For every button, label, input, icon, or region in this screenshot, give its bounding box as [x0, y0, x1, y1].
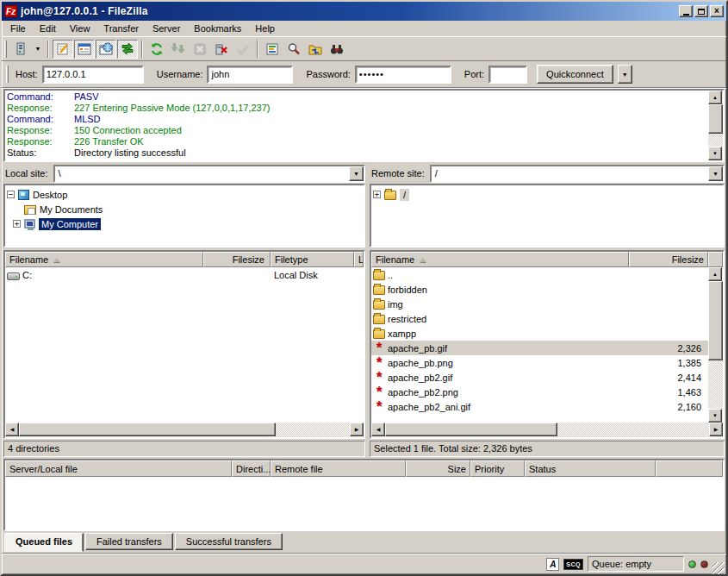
- tree-item-my-documents[interactable]: My Documents: [7, 202, 362, 216]
- tree-item-root[interactable]: + /: [373, 187, 721, 202]
- local-file-row[interactable]: C: Local Disk: [5, 267, 364, 282]
- toggle-message-log-button[interactable]: [53, 40, 73, 59]
- quickbar-grip[interactable]: [6, 66, 9, 83]
- image-file-icon: *: [373, 342, 385, 354]
- remote-file-row[interactable]: img: [371, 297, 708, 311]
- toolbar-grip[interactable]: [4, 41, 7, 58]
- scroll-right-icon[interactable]: ▶: [709, 423, 723, 436]
- queue-col-size[interactable]: Size: [406, 460, 470, 477]
- remote-hscrollbar[interactable]: ◀ ▶: [371, 423, 723, 437]
- image-file-icon: *: [373, 357, 385, 369]
- tab-failed-transfers[interactable]: Failed transfers: [85, 533, 173, 550]
- menu-view[interactable]: View: [63, 22, 97, 35]
- scroll-down-icon[interactable]: ▼: [708, 409, 722, 423]
- remote-file-row[interactable]: *apache_pb.png1,385: [371, 355, 708, 370]
- local-hscrollbar[interactable]: ◀ ▶: [5, 423, 364, 437]
- remote-site-path: /: [432, 166, 708, 181]
- remote-file-row[interactable]: *apache_pb2.png1,463: [371, 385, 708, 399]
- log-scrollbar-thumb[interactable]: [708, 104, 723, 134]
- menu-help[interactable]: Help: [248, 22, 282, 35]
- local-col-filename[interactable]: Filename: [5, 252, 203, 267]
- toggle-remote-tree-button[interactable]: [96, 40, 116, 59]
- menu-bookmarks[interactable]: Bookmarks: [187, 22, 248, 35]
- queue-col-priority[interactable]: Priority: [470, 460, 525, 477]
- resize-grip[interactable]: [712, 562, 725, 574]
- close-button[interactable]: ×: [710, 5, 724, 17]
- find-files-button[interactable]: [327, 40, 347, 59]
- tree-label: My Documents: [40, 204, 103, 215]
- synchronized-browsing-button[interactable]: [305, 40, 326, 59]
- log-scrollbar[interactable]: ▲ ▼: [708, 91, 723, 160]
- site-manager-dropdown[interactable]: ▼: [32, 40, 44, 59]
- toggle-transfer-queue-button[interactable]: [117, 40, 138, 59]
- queue-body[interactable]: [5, 477, 723, 529]
- cancel-button[interactable]: [190, 40, 210, 59]
- menu-edit[interactable]: Edit: [33, 22, 63, 35]
- remote-file-row[interactable]: *apache_pb2.gif2,414: [371, 370, 708, 385]
- queue-col-status[interactable]: Status: [525, 460, 656, 477]
- directory-comparison-button[interactable]: [262, 40, 283, 59]
- scroll-left-icon[interactable]: ◀: [371, 423, 385, 436]
- password-input[interactable]: [355, 66, 451, 84]
- refresh-button[interactable]: [146, 40, 167, 59]
- remote-col-filename[interactable]: Filename: [371, 252, 629, 267]
- queue-col-remote-file[interactable]: Remote file: [271, 460, 406, 477]
- remote-tree[interactable]: + /: [370, 184, 725, 247]
- local-col-filetype[interactable]: Filetype: [271, 252, 354, 267]
- queue-col-direction[interactable]: Directi...: [232, 460, 271, 477]
- host-input[interactable]: [42, 66, 144, 84]
- local-site-combo-button[interactable]: ▼: [349, 166, 364, 181]
- reconnect-button[interactable]: [233, 40, 253, 59]
- folder-icon: [373, 271, 385, 280]
- remote-site-combo-button[interactable]: ▼: [708, 166, 723, 181]
- scroll-left-icon[interactable]: ◀: [5, 423, 19, 436]
- local-hscroll-thumb[interactable]: [19, 423, 276, 436]
- menu-bar: File Edit View Transfer Server Bookmarks…: [2, 21, 726, 37]
- toggle-local-tree-button[interactable]: [74, 40, 95, 59]
- file-size: 2,326: [629, 343, 708, 354]
- local-col-lastmodified[interactable]: L: [354, 252, 364, 267]
- scroll-up-icon[interactable]: ▲: [708, 91, 722, 104]
- remote-file-row[interactable]: xampp: [371, 326, 708, 341]
- expand-icon[interactable]: +: [373, 191, 381, 198]
- quickconnect-dropdown[interactable]: ▼: [618, 65, 632, 84]
- queue-col-server-local-file[interactable]: Server/Local file: [5, 460, 232, 477]
- menu-server[interactable]: Server: [146, 22, 187, 35]
- remote-file-row[interactable]: ..: [371, 267, 708, 282]
- tab-queued-files[interactable]: Queued files: [4, 533, 84, 552]
- scroll-up-icon[interactable]: ▲: [708, 267, 722, 281]
- view-hidden-files-button[interactable]: [283, 40, 304, 59]
- cancel-icon: [193, 42, 207, 56]
- minimize-button[interactable]: [679, 5, 693, 17]
- remote-file-row[interactable]: restricted: [371, 311, 708, 326]
- menu-transfer[interactable]: Transfer: [96, 22, 146, 35]
- quickconnect-button[interactable]: Quickconnect: [537, 65, 613, 84]
- tab-successful-transfers[interactable]: Successful transfers: [175, 533, 283, 550]
- remote-vscroll-thumb[interactable]: [708, 281, 723, 360]
- local-tree[interactable]: − Desktop My Documents + My Computer: [3, 184, 365, 247]
- title-bar[interactable]: Fz john@127.0.0.1 - FileZilla ×: [2, 2, 726, 21]
- process-queue-button[interactable]: [168, 40, 189, 59]
- remote-file-row-selected[interactable]: *apache_pb.gif2,326: [371, 341, 708, 355]
- queue-tabs: Queued files Failed transfers Successful…: [2, 531, 726, 553]
- tree-item-desktop[interactable]: − Desktop: [7, 187, 362, 202]
- remote-file-row[interactable]: *apache_pb2_ani.gif2,160: [371, 399, 708, 414]
- remote-hscroll-thumb[interactable]: [385, 423, 557, 436]
- menu-file[interactable]: File: [3, 22, 33, 35]
- expand-icon[interactable]: +: [13, 220, 21, 228]
- username-input[interactable]: [207, 66, 293, 84]
- local-col-filesize[interactable]: Filesize: [203, 252, 271, 267]
- tree-item-my-computer[interactable]: + My Computer: [7, 216, 362, 231]
- local-site-combo[interactable]: \ ▼: [53, 165, 365, 183]
- remote-col-filesize[interactable]: Filesize: [629, 252, 708, 267]
- remote-site-combo[interactable]: / ▼: [430, 165, 725, 183]
- disconnect-button[interactable]: [211, 40, 232, 59]
- maximize-button[interactable]: [694, 5, 708, 17]
- remote-vscrollbar[interactable]: ▲ ▼: [708, 267, 723, 423]
- scroll-down-icon[interactable]: ▼: [708, 147, 722, 160]
- collapse-icon[interactable]: −: [7, 191, 15, 198]
- remote-file-row[interactable]: forbidden: [371, 282, 708, 297]
- port-input[interactable]: [488, 66, 527, 84]
- scroll-right-icon[interactable]: ▶: [350, 423, 364, 436]
- site-manager-button[interactable]: [10, 40, 31, 59]
